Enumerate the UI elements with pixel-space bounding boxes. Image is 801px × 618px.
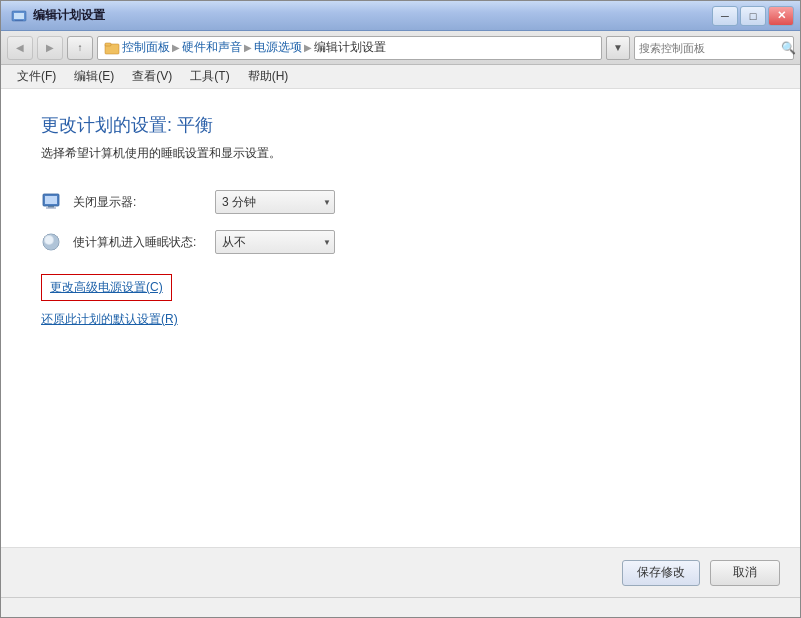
sleep-select[interactable]: 1 分钟 5 分钟 10 分钟 15 分钟 30 分钟 1 小时 从不 (215, 230, 335, 254)
breadcrumb-item-2[interactable]: 硬件和声音 (182, 39, 242, 56)
menu-help[interactable]: 帮助(H) (240, 66, 297, 87)
close-button[interactable]: ✕ (768, 6, 794, 26)
search-icon[interactable]: 🔍 (781, 41, 796, 55)
save-button[interactable]: 保存修改 (622, 560, 700, 586)
title-bar-left: 编辑计划设置 (11, 7, 105, 24)
breadcrumb-item-4: 编辑计划设置 (314, 39, 386, 56)
display-label: 关闭显示器: (73, 194, 203, 211)
sleep-label: 使计算机进入睡眠状态: (73, 234, 203, 251)
search-box: 🔍 (634, 36, 794, 60)
menu-file[interactable]: 文件(F) (9, 66, 64, 87)
sleep-select-wrapper: 1 分钟 5 分钟 10 分钟 15 分钟 30 分钟 1 小时 从不 ▼ (215, 230, 335, 254)
search-input[interactable] (639, 42, 777, 54)
cancel-button[interactable]: 取消 (710, 560, 780, 586)
display-select[interactable]: 1 分钟 2 分钟 3 分钟 5 分钟 10 分钟 15 分钟 从不 (215, 190, 335, 214)
window-icon (11, 8, 27, 24)
sleep-icon-svg (41, 232, 61, 252)
svg-rect-6 (45, 196, 57, 204)
breadcrumb-sep-2: ▶ (244, 42, 252, 53)
page-subtitle: 选择希望计算机使用的睡眠设置和显示设置。 (41, 145, 760, 162)
breadcrumb-item-3[interactable]: 电源选项 (254, 39, 302, 56)
breadcrumb-sep-3: ▶ (304, 42, 312, 53)
restore-defaults-link[interactable]: 还原此计划的默认设置(R) (41, 309, 178, 330)
up-button[interactable]: ↑ (67, 36, 93, 60)
display-select-wrapper: 1 分钟 2 分钟 3 分钟 5 分钟 10 分钟 15 分钟 从不 ▼ (215, 190, 335, 214)
display-setting-row: 关闭显示器: 1 分钟 2 分钟 3 分钟 5 分钟 10 分钟 15 分钟 从… (41, 190, 760, 214)
svg-rect-7 (48, 206, 54, 208)
main-window: 编辑计划设置 ─ □ ✕ ◀ ▶ ↑ 控制面板 ▶ 硬件和声音 ▶ 电源选项 ▶… (0, 0, 801, 618)
window-title: 编辑计划设置 (33, 7, 105, 24)
sleep-icon (41, 232, 61, 252)
breadcrumb-dropdown-button[interactable]: ▼ (606, 36, 630, 60)
advanced-power-settings-link[interactable]: 更改高级电源设置(C) (41, 274, 172, 301)
svg-point-12 (45, 236, 53, 244)
monitor-icon (41, 192, 61, 212)
back-button[interactable]: ◀ (7, 36, 33, 60)
breadcrumb-sep-1: ▶ (172, 42, 180, 53)
svg-rect-4 (105, 43, 111, 46)
svg-rect-2 (15, 20, 23, 21)
menu-bar: 文件(F) 编辑(E) 查看(V) 工具(T) 帮助(H) (1, 65, 800, 89)
menu-edit[interactable]: 编辑(E) (66, 66, 122, 87)
forward-button[interactable]: ▶ (37, 36, 63, 60)
minimize-button[interactable]: ─ (712, 6, 738, 26)
title-bar-buttons: ─ □ ✕ (712, 6, 794, 26)
folder-icon (104, 40, 120, 56)
breadcrumb-item-1[interactable]: 控制面板 (122, 39, 170, 56)
content-area: 更改计划的设置: 平衡 选择希望计算机使用的睡眠设置和显示设置。 关闭显示器: … (1, 89, 800, 547)
status-bar (1, 597, 800, 617)
breadcrumb: 控制面板 ▶ 硬件和声音 ▶ 电源选项 ▶ 编辑计划设置 (97, 36, 602, 60)
display-icon (41, 192, 61, 212)
menu-tools[interactable]: 工具(T) (182, 66, 237, 87)
sleep-setting-row: 使计算机进入睡眠状态: 1 分钟 5 分钟 10 分钟 15 分钟 30 分钟 … (41, 230, 760, 254)
link-section: 更改高级电源设置(C) 还原此计划的默认设置(R) (41, 274, 760, 330)
address-bar: ◀ ▶ ↑ 控制面板 ▶ 硬件和声音 ▶ 电源选项 ▶ 编辑计划设置 ▼ 🔍 (1, 31, 800, 65)
title-bar: 编辑计划设置 ─ □ ✕ (1, 1, 800, 31)
svg-rect-8 (46, 208, 56, 209)
menu-view[interactable]: 查看(V) (124, 66, 180, 87)
footer-bar: 保存修改 取消 (1, 547, 800, 597)
svg-rect-1 (14, 13, 24, 19)
page-title: 更改计划的设置: 平衡 (41, 113, 760, 137)
maximize-button[interactable]: □ (740, 6, 766, 26)
main-content: 更改计划的设置: 平衡 选择希望计算机使用的睡眠设置和显示设置。 关闭显示器: … (1, 89, 800, 597)
